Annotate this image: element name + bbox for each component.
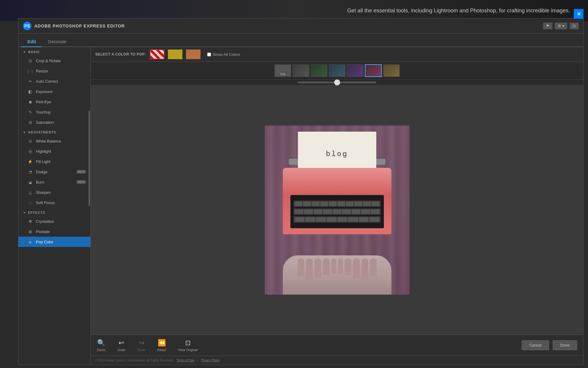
redo-icon: ↪ — [139, 339, 144, 347]
crystallize-icon: ❋ — [27, 219, 33, 224]
redo-tool[interactable]: ↪ Redo — [137, 339, 145, 352]
sidebar-item-highlight[interactable]: ◎ Highlight — [18, 146, 90, 156]
keyboard-row-2 — [293, 208, 381, 215]
main-content: ▼ BASIC ⊡ Crop & Rotate ⋮⋮ Resize ✏ Auto… — [18, 47, 583, 365]
sidebar-item-sharpen[interactable]: △ Sharpen — [18, 187, 90, 197]
slider-thumb[interactable] — [334, 79, 340, 85]
settings-arrow-icon: ▾ — [562, 24, 564, 28]
bottom-toolbar: 🔍 Zoom ↩ Undo ↪ Redo ⏪ Reset — [91, 334, 583, 356]
color-toolbar: SELECT A COLOR TO POP: Show All Colors — [91, 47, 583, 62]
thumbnail-effect-1-inner — [293, 65, 309, 76]
sidebar-item-crystallize-label: Crystallize — [36, 219, 54, 224]
sidebar-item-exposure-label: Exposure — [36, 89, 52, 94]
burn-beta-badge: BETA — [77, 180, 86, 184]
app-icon: PS — [23, 22, 31, 30]
zoom-tool[interactable]: 🔍 Zoom — [97, 339, 105, 352]
sidebar-item-saturation[interactable]: ⊟ Saturation — [18, 117, 90, 127]
privacy-link[interactable]: Privacy Policy — [201, 359, 220, 362]
sidebar-item-red-eye[interactable]: ◉ Red-Eye — [18, 97, 90, 107]
sidebar-item-crop-rotate[interactable]: ⊡ Crop & Rotate — [18, 56, 90, 66]
color-swatch-yellow[interactable] — [168, 50, 182, 59]
title-bar: PS ADOBE PHOTOSHOP EXPRESS EDITOR ⚑ ⚙ ▾ … — [18, 18, 583, 34]
keyboard-row-1 — [293, 200, 381, 207]
sidebar-item-soft-focus[interactable]: ◌ Soft Focus — [18, 197, 90, 208]
sidebar-item-burn[interactable]: ◒ Burn BETA — [18, 177, 90, 187]
pixelate-icon: ⊞ — [27, 229, 33, 234]
thumbnail-orig[interactable]: Orig — [274, 64, 291, 77]
tab-edit[interactable]: Edit — [21, 37, 42, 47]
typewriter-body-group: blog — [283, 168, 391, 264]
sidebar-item-dodge[interactable]: ◔ Dodge BETA — [18, 167, 90, 177]
sidebar-item-sharpen-label: Sharpen — [36, 190, 51, 195]
sidebar-item-auto-correct[interactable]: ✏ Auto Correct — [18, 76, 90, 86]
sidebar-item-auto-correct-label: Auto Correct — [36, 79, 58, 84]
zoom-icon: 🔍 — [97, 339, 105, 347]
sidebar-item-white-balance[interactable]: ⊙ White Balance — [18, 136, 90, 146]
reset-tool[interactable]: ⏪ Reset — [157, 339, 166, 352]
sidebar-item-pop-color-label: Pop Color — [36, 240, 53, 244]
show-all-colors-label: Show All Colors — [213, 52, 240, 57]
thumbnail-effect-4[interactable] — [347, 64, 364, 77]
section-effects-arrow: ▼ — [23, 211, 26, 214]
dodge-beta-badge: BETA — [77, 170, 86, 174]
sidebar-item-touchup-label: Touchup — [36, 110, 51, 114]
thumbnail-effect-6[interactable] — [383, 64, 400, 77]
slider-track[interactable] — [298, 82, 376, 83]
undo-tool[interactable]: ↩ Undo — [117, 339, 125, 352]
view-original-tool[interactable]: ⊡ View Original — [178, 339, 198, 352]
resize-sidebar-icon: ⋮⋮ — [27, 68, 33, 74]
show-all-colors-container[interactable]: Show All Colors — [207, 52, 240, 57]
resize-button[interactable]: ⊡ — [570, 23, 579, 29]
color-swatch-orange[interactable] — [186, 50, 201, 59]
view-original-icon: ⊡ — [185, 339, 191, 347]
section-basic-header[interactable]: ▼ BASIC — [18, 47, 90, 56]
settings-button[interactable]: ⚙ ▾ — [555, 23, 567, 29]
section-effects-label: EFFECTS — [28, 211, 45, 214]
bottom-tools: 🔍 Zoom ↩ Undo ↪ Redo ⏪ Reset — [97, 339, 198, 352]
thumbnail-strip: Orig — [91, 62, 583, 80]
thumbnail-effect-5[interactable] — [365, 64, 382, 77]
close-button[interactable]: ✕ — [574, 9, 583, 19]
sidebar-item-highlight-label: Highlight — [36, 149, 51, 154]
tab-decorate[interactable]: Decorate — [42, 37, 72, 47]
pop-color-icon: ◈ — [27, 239, 33, 245]
red-eye-icon: ◉ — [27, 99, 33, 104]
cancel-button[interactable]: Cancel — [522, 340, 549, 350]
sidebar-item-fill-light[interactable]: ⚡ Fill Light — [18, 156, 90, 167]
thumbnail-effect-1[interactable] — [292, 64, 309, 77]
thumbnail-effect-4-inner — [347, 65, 363, 76]
scroll-indicator — [89, 110, 90, 206]
thumbnail-effect-3[interactable] — [329, 64, 346, 77]
undo-icon: ↩ — [119, 339, 124, 347]
sidebar-item-resize[interactable]: ⋮⋮ Resize — [18, 66, 90, 76]
soft-focus-icon: ◌ — [27, 200, 33, 205]
sidebar-item-exposure[interactable]: ◧ Exposure — [18, 86, 90, 97]
color-swatch-red[interactable] — [150, 50, 164, 59]
section-effects-header[interactable]: ▼ EFFECTS — [18, 208, 90, 216]
sidebar-item-touchup[interactable]: ✎ Touchup — [18, 107, 90, 117]
sidebar: ▼ BASIC ⊡ Crop & Rotate ⋮⋮ Resize ✏ Auto… — [18, 47, 91, 365]
image-area: blog — [91, 85, 583, 334]
redo-label: Redo — [137, 348, 145, 352]
section-basic-arrow: ▼ — [23, 50, 26, 54]
sidebar-item-pop-color[interactable]: ◈ Pop Color — [18, 237, 90, 247]
thumbnail-effect-2[interactable] — [311, 64, 327, 77]
touchup-icon: ✎ — [27, 109, 33, 115]
show-all-colors-checkbox[interactable] — [207, 53, 211, 56]
zoom-label: Zoom — [97, 348, 105, 352]
auto-correct-icon: ✏ — [27, 78, 33, 84]
sidebar-item-crystallize[interactable]: ❋ Crystallize — [18, 216, 90, 226]
section-adjustments-header[interactable]: ▼ ADJUSTMENTS — [18, 127, 90, 136]
thumbnail-orig-inner: Orig — [275, 65, 291, 76]
done-button[interactable]: Done — [553, 340, 577, 350]
thumbnail-effect-3-inner — [329, 65, 345, 76]
sidebar-item-pixelate[interactable]: ⊞ Pixelate — [18, 226, 90, 237]
sidebar-item-red-eye-label: Red-Eye — [36, 100, 51, 104]
typewriter-keys-area — [290, 195, 384, 228]
flag-button[interactable]: ⚑ — [543, 23, 552, 29]
reset-label: Reset — [157, 348, 166, 352]
terms-link[interactable]: Terms of Use — [176, 359, 194, 362]
footer: © 2013 Adobe Systems Incorporated. All R… — [91, 356, 583, 365]
nav-tabs: Edit Decorate — [18, 34, 583, 47]
crop-rotate-icon: ⊡ — [27, 58, 33, 63]
